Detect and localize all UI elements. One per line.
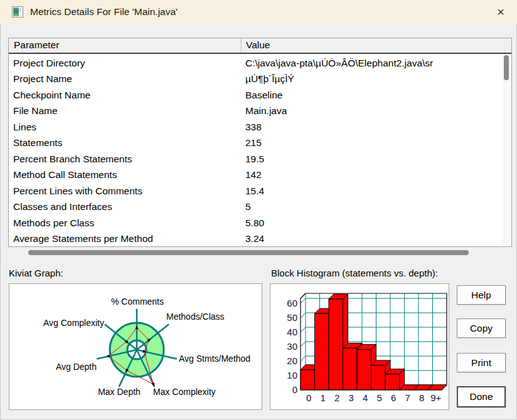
- hist-xtick-label: 6: [391, 392, 396, 403]
- hist-bar: [301, 370, 315, 390]
- table-row[interactable]: Method Call Statements142: [9, 167, 501, 184]
- metrics-table: Parameter Value Project DirectoryC:\java…: [8, 38, 512, 247]
- value-cell: 142: [241, 169, 501, 181]
- parameter-cell: Classes and Interfaces: [9, 201, 241, 213]
- column-header-value[interactable]: Value: [242, 38, 270, 53]
- hist-ytick-label: 20: [287, 355, 297, 366]
- parameter-cell: Checkpoint Name: [9, 90, 241, 101]
- value-cell: Main.java: [241, 105, 501, 117]
- horizontal-scrollbar-thumb[interactable]: [28, 250, 469, 255]
- table-row[interactable]: Average Statements per Method3.24: [9, 231, 501, 247]
- hist-ytick-label: 30: [287, 341, 297, 352]
- kiviat-graph-label: Kiviat Graph:: [9, 268, 63, 278]
- kiviat-axis-label: Avg Depth: [56, 362, 97, 372]
- hist-xtick-label: 1: [321, 392, 326, 403]
- kiviat-chart: % CommentsMethods/ClassAvg Stmts/MethodM…: [9, 284, 262, 409]
- vertical-scrollbar[interactable]: [502, 55, 511, 246]
- table-row[interactable]: Project NameµÚ¶þ´ÎµçÌÝ: [9, 71, 501, 88]
- parameter-cell: Project Directory: [9, 58, 241, 69]
- parameter-cell: Average Statements per Method: [9, 233, 241, 244]
- parameter-cell: Lines: [9, 122, 241, 133]
- hist-xtick-label: 4: [363, 392, 368, 403]
- table-row[interactable]: Percent Lines with Comments15.4: [9, 183, 501, 199]
- column-header-parameter[interactable]: Parameter: [9, 38, 241, 53]
- hist-bar: [371, 365, 386, 390]
- hist-axis-tick: [301, 342, 306, 347]
- parameter-cell: File Name: [9, 105, 241, 117]
- vertical-scrollbar-thumb[interactable]: [504, 55, 509, 80]
- hist-frame: [301, 293, 306, 298]
- app-icon: [12, 6, 23, 18]
- value-cell: 19.5: [241, 154, 501, 165]
- hist-bar: [315, 313, 329, 390]
- close-icon: ×: [497, 5, 504, 19]
- hist-xtick-label: 3: [349, 392, 354, 403]
- table-body: Project DirectoryC:\java\java-pta\µÚÒ»ÂÖ…: [9, 55, 501, 246]
- table-row[interactable]: Percent Branch Statements19.5: [9, 151, 501, 167]
- hist-xtick-label: 0: [306, 392, 311, 403]
- value-cell: 15.4: [241, 186, 501, 197]
- table-row[interactable]: File NameMain.java: [9, 103, 501, 120]
- table-row[interactable]: Classes and Interfaces5: [9, 199, 501, 216]
- kiviat-axis-label: Avg Stmts/Method: [179, 354, 250, 364]
- copy-button[interactable]: Copy: [457, 318, 506, 338]
- kiviat-axis-label: Max Depth: [98, 387, 141, 397]
- table-row[interactable]: Methods per Class5.80: [9, 215, 501, 231]
- parameter-cell: Method Call Statements: [9, 169, 241, 181]
- value-cell: 5: [241, 201, 501, 213]
- table-row[interactable]: Statements215: [9, 135, 501, 152]
- print-button[interactable]: Print: [457, 353, 506, 372]
- app-icon-bar: [19, 8, 21, 11]
- hist-bar: [357, 350, 371, 390]
- value-cell: Baseline: [241, 90, 501, 101]
- hist-ytick-label: 60: [287, 298, 297, 308]
- hist-ytick-label: 0: [292, 384, 297, 395]
- hist-axis-tick: [301, 327, 306, 332]
- hist-xtick-label: 2: [334, 392, 339, 403]
- parameter-cell: Percent Branch Statements: [9, 154, 241, 165]
- hist-bar: [329, 299, 343, 390]
- close-button[interactable]: ×: [493, 4, 509, 19]
- parameter-cell: Project Name: [9, 73, 241, 85]
- value-cell: C:\java\java-pta\µÚÒ»ÂÖ\Elephant2.java\s…: [241, 58, 501, 69]
- window-titlebar: Metrics Details For File 'Main.java': [0, 0, 517, 24]
- hist-xtick-label: 5: [377, 392, 382, 403]
- value-cell: 5.80: [241, 218, 501, 229]
- histogram-panel: 01020304050600123456789+: [270, 283, 449, 410]
- table-header: Parameter Value: [9, 38, 511, 54]
- table-row[interactable]: Project DirectoryC:\java\java-pta\µÚÒ»ÂÖ…: [9, 55, 501, 71]
- hist-bar: [385, 374, 400, 390]
- hist-axis-tick: [301, 356, 306, 361]
- hist-ytick-label: 40: [287, 327, 297, 337]
- hist-ytick-label: 50: [287, 312, 297, 323]
- window-title: Metrics Details For File 'Main.java': [30, 6, 178, 18]
- value-cell: 3.24: [241, 233, 501, 244]
- done-button[interactable]: Done: [457, 386, 506, 407]
- parameter-cell: Percent Lines with Comments: [9, 186, 241, 197]
- histogram-chart: 01020304050600123456789+: [270, 284, 449, 409]
- kiviat-axis-label: Avg Complexity: [43, 318, 104, 328]
- histogram-label: Block Histogram (statements vs. depth):: [271, 268, 438, 278]
- parameter-cell: Methods per Class: [9, 218, 241, 229]
- kiviat-axis-label: Max Complexity: [153, 387, 216, 397]
- value-cell: µÚ¶þ´ÎµçÌÝ: [241, 73, 501, 85]
- metrics-dialog: { "window": { "title": "Metrics Details …: [0, 0, 517, 420]
- table-row[interactable]: Lines338: [9, 119, 501, 135]
- app-icon-pane: [13, 8, 19, 16]
- hist-xtick-label: 8: [419, 392, 424, 403]
- hist-axis-tick: [301, 298, 306, 303]
- hist-xtick-label: 7: [405, 392, 410, 403]
- help-button[interactable]: Help: [457, 285, 506, 305]
- value-cell: 215: [241, 137, 501, 149]
- table-row[interactable]: Checkpoint NameBaseline: [9, 87, 501, 103]
- kiviat-panel: % CommentsMethods/ClassAvg Stmts/MethodM…: [9, 283, 262, 410]
- kiviat-axis-label: Methods/Class: [166, 312, 225, 322]
- kiviat-axis-label: % Comments: [111, 297, 164, 307]
- hist-bar: [343, 348, 358, 390]
- hist-xtick-label: 9+: [430, 392, 441, 403]
- hist-axis-tick: [301, 313, 306, 318]
- parameter-cell: Statements: [9, 137, 241, 149]
- value-cell: 338: [241, 122, 501, 133]
- hist-ytick-label: 10: [287, 370, 297, 381]
